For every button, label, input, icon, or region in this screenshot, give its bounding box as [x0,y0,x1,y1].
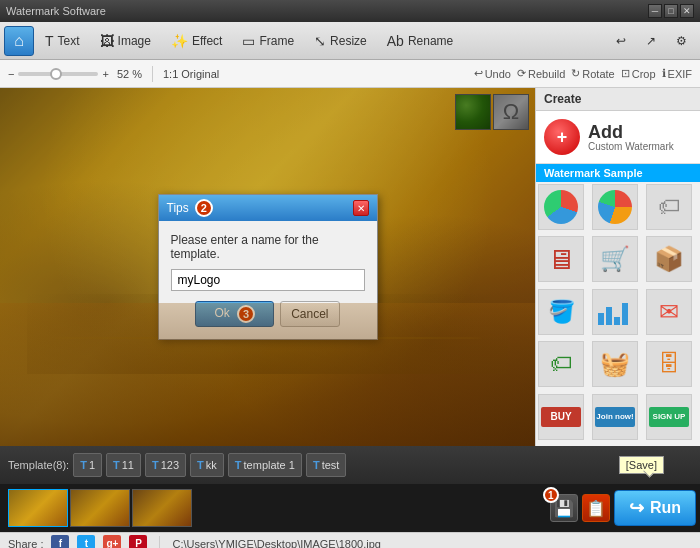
bottom-bar: [Save] 💾 1 📋 ↪ Run [0,484,700,532]
template-name-input[interactable] [171,269,365,291]
dialog-close-button[interactable]: ✕ [353,200,369,216]
zoom-control[interactable]: − + 52 % [8,68,142,80]
template-name-1: 1 [89,459,95,471]
image-tool-button[interactable]: 🖼 Image [91,26,160,56]
resize-tool-button[interactable]: ⤡ Resize [305,26,376,56]
right-bottom-controls: [Save] 💾 1 📋 ↪ Run [535,484,700,532]
sample-item-10[interactable]: 🏷 [538,341,584,387]
app-title: Watermark Software [6,5,106,17]
rename-icon: Ab [387,33,404,49]
template-item-1[interactable]: T 1 [73,453,102,477]
sample-item-4[interactable]: 🖥 [538,236,584,282]
save-button[interactable]: 💾 1 [550,494,578,522]
home-button[interactable]: ⌂ [4,26,34,56]
title-bar: Watermark Software ─ □ ✕ [0,0,700,22]
sample-item-joinnow[interactable]: Join now! [592,394,638,440]
share-button[interactable]: ↗ [637,26,665,56]
run-icon: ↪ [629,497,644,519]
zoom-slider[interactable] [18,72,98,76]
frame-icon: ▭ [242,33,255,49]
dialog-overlay: Tips 2 ✕ Please enter a name for the tem… [0,88,535,446]
facebook-button[interactable]: f [51,535,69,549]
add-watermark-button[interactable]: + Add Custom Watermark [536,111,700,164]
text-tool-button[interactable]: T Text [36,26,89,56]
sample-item-2[interactable] [592,184,638,230]
canvas-image: Ω Tips 2 ✕ Please enter a name for the t… [0,88,535,446]
dialog-cancel-button[interactable]: Cancel [280,301,339,327]
maximize-button[interactable]: □ [664,4,678,18]
settings-button[interactable]: ⚙ [667,26,696,56]
template-item-3[interactable]: T 123 [145,453,186,477]
window-controls[interactable]: ─ □ ✕ [648,4,694,18]
dialog-ok-button[interactable]: Ok 3 [195,301,274,327]
sample-item-7[interactable]: 🪣 [538,289,584,335]
sample-item-buy[interactable]: BUY [538,394,584,440]
resize-label: Resize [330,34,367,48]
template-icon-5: T [235,459,242,471]
dialog-message: Please enter a name for the template. [171,233,365,261]
save-tooltip: [Save] [619,456,664,474]
file-path: C:\Users\YMIGE\Desktop\IMAGE\1800.jpg [172,538,380,549]
run-button[interactable]: ↪ Run [614,490,696,526]
right-panel: Create + Add Custom Watermark Watermark … [535,88,700,446]
thumbnail-strip [0,485,535,531]
image-label: Image [118,34,151,48]
sample-item-11[interactable]: 🧺 [592,341,638,387]
export-button[interactable]: 📋 [582,494,610,522]
sample-item-9[interactable]: ✉ [646,289,692,335]
custom-watermark-label: Custom Watermark [588,141,674,152]
rename-label: Rename [408,34,453,48]
rotate-button[interactable]: ↻ Rotate [571,67,614,80]
close-button[interactable]: ✕ [680,4,694,18]
template-icon-6: T [313,459,320,471]
sample-item-6[interactable]: 📦 [646,236,692,282]
effect-icon: ✨ [171,33,188,49]
zoom-thumb[interactable] [50,68,62,80]
exif-button[interactable]: ℹ EXIF [662,67,692,80]
template-item-4[interactable]: T kk [190,453,224,477]
dialog-body: Please enter a name for the template. Ok… [159,221,377,339]
effect-tool-button[interactable]: ✨ Effect [162,26,231,56]
twitter-button[interactable]: t [77,535,95,549]
zoom-minus-icon[interactable]: − [8,68,14,80]
template-name-4: kk [206,459,217,471]
thumbnail-3[interactable] [132,489,192,527]
sample-item-12[interactable]: 🗄 [646,341,692,387]
add-watermark-icon: + [544,119,580,155]
rotate-label: Rotate [582,68,614,80]
template-item-2[interactable]: T 11 [106,453,141,477]
status-separator [159,536,160,549]
sample-item-1[interactable] [538,184,584,230]
sample-item-8[interactable] [592,289,638,335]
zoom-percent: 52 % [117,68,142,80]
pinterest-button[interactable]: P [129,535,147,549]
undo-top-button[interactable]: ↩ [607,26,635,56]
undo-button[interactable]: ↩ Undo [474,67,511,80]
sample-item-3[interactable]: 🏷 [646,184,692,230]
crop-button[interactable]: ⊡ Crop [621,67,656,80]
template-icon-1: T [80,459,87,471]
info-icon: ℹ [662,67,666,80]
rebuild-button[interactable]: ⟳ Rebuild [517,67,565,80]
thumbnail-2[interactable] [70,489,130,527]
rename-tool-button[interactable]: Ab Rename [378,26,462,56]
sub-toolbar: − + 52 % 1:1 Original ↩ Undo ⟳ Rebuild ↻… [0,60,700,88]
template-item-5[interactable]: T template 1 [228,453,302,477]
effect-label: Effect [192,34,222,48]
zoom-info: 1:1 Original [163,68,219,80]
template-item-6[interactable]: T test [306,453,346,477]
undo-icon: ↩ [474,67,483,80]
dialog-title-bar: Tips 2 ✕ [159,195,377,221]
minimize-button[interactable]: ─ [648,4,662,18]
dialog-title-text: Tips [167,201,189,215]
template-name-5: template 1 [244,459,295,471]
rotate-icon: ↻ [571,67,580,80]
template-icon-4: T [197,459,204,471]
frame-tool-button[interactable]: ▭ Frame [233,26,303,56]
googleplus-button[interactable]: g+ [103,535,121,549]
zoom-plus-icon[interactable]: + [102,68,108,80]
thumbnail-1[interactable] [8,489,68,527]
template-bar: Template(8): T 1 T 11 T 123 T kk T templ… [0,446,700,484]
sample-item-signup[interactable]: SIGN UP [646,394,692,440]
sample-item-5[interactable]: 🛒 [592,236,638,282]
